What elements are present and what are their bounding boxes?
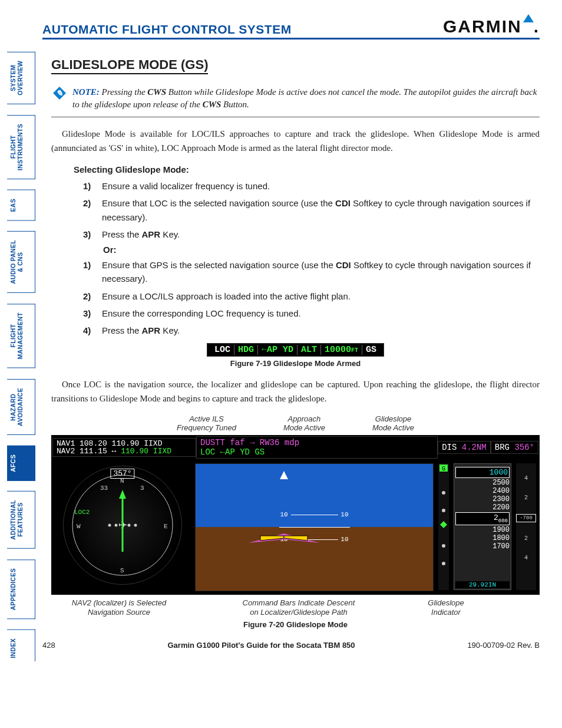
dis-box: DIS 4.2NM [438, 441, 491, 454]
svg-marker-23 [440, 521, 447, 528]
sidebar-tab[interactable]: ADDITIONAL FEATURES [7, 491, 35, 549]
svg-point-13 [128, 524, 131, 527]
or-label: Or: [103, 245, 540, 255]
steps-list-a: 1)Ensure a valid localizer frequency is … [83, 179, 540, 241]
hsi-compass: 357° LOC2 ✈ NE SW 333 [63, 466, 182, 585]
svg-marker-18 [280, 471, 288, 479]
sidebar-tab[interactable]: FLIGHT MANAGEMENT [7, 304, 35, 368]
current-altitude: 2080 [455, 512, 510, 525]
procedure-heading: Selecting Glideslope Mode: [74, 164, 540, 174]
note-text: NOTE: Pressing the CWS Button while Glid… [72, 86, 538, 111]
step-item: 4)Press the APR Key. [83, 324, 540, 337]
footer-rev: 190-00709-02 Rev. B [467, 641, 540, 650]
step-item: 3)Ensure the corresponding LOC frequency… [83, 307, 540, 320]
svg-point-20 [442, 509, 445, 512]
altitude-tape: 1000 2500 2400 2300 2200 2080 1900 1800 … [454, 463, 511, 590]
step-item: 1)Ensure a valid localizer frequency is … [83, 179, 540, 193]
sidebar-tab[interactable]: EAS [7, 190, 35, 221]
svg-point-19 [442, 491, 445, 495]
footer-title: Garmin G1000 Pilot's Guide for the Socat… [168, 641, 355, 650]
callout-label: Glideslope Mode Active [372, 415, 414, 433]
pfd-body: 357° LOC2 ✈ NE SW 333 [51, 460, 540, 595]
main-content: GLIDESLOPE MODE (GS) ✎ NOTE: Pressing th… [51, 57, 540, 629]
callouts-bottom: NAV2 (localizer) is Selected Navigation … [51, 598, 540, 617]
svg-text:3: 3 [140, 485, 144, 492]
garmin-logo: GARMIN. [443, 17, 540, 37]
svg-text:E: E [164, 523, 168, 530]
section-name: AUTOMATIC FLIGHT CONTROL SYSTEM [42, 22, 292, 37]
svg-point-21 [442, 544, 445, 548]
callout-label: NAV2 (localizer) is Selected Navigation … [51, 598, 187, 617]
callout-label: Active ILS Frequency Tuned [177, 415, 236, 433]
svg-text:33: 33 [100, 485, 108, 492]
sidebar-tab[interactable]: INDEX [7, 630, 35, 661]
callout-label: Approach Mode Active [283, 415, 325, 433]
svg-text:G: G [442, 466, 445, 472]
callout-label: Command Bars Indicate Descent on Localiz… [210, 598, 387, 617]
sidebar-tab[interactable]: HAZARD AVOIDANCE [7, 379, 35, 435]
pfd-header: NAV1 108.20 110.90 IIXD NAV2 111.15 ↔ 11… [51, 435, 540, 460]
page-number: 428 [42, 641, 55, 650]
sidebar-tab[interactable]: FLIGHT INSTRUMENTS [7, 115, 35, 179]
svg-point-22 [442, 562, 445, 565]
attitude-indicator: 1010 1010 [195, 463, 434, 591]
body-paragraph-2: Once LOC is the navigation source, the l… [51, 377, 540, 406]
svg-point-12 [115, 524, 118, 527]
figure-caption-2: Figure 7-20 Glideslope Mode [51, 620, 540, 629]
svg-text:W: W [77, 523, 81, 530]
step-item: 1)Ensure that GPS is the selected naviga… [83, 258, 540, 286]
pfd-figure: Active ILS Frequency TunedApproach Mode … [51, 415, 540, 617]
svg-text:S: S [120, 567, 124, 574]
sidebar-tab[interactable]: SYSTEM OVERVIEW [7, 52, 35, 104]
svg-point-14 [134, 524, 137, 527]
svg-point-11 [108, 524, 111, 527]
callouts-top: Active ILS Frequency TunedApproach Mode … [51, 415, 540, 433]
vsi-strip: 4 2 -700 2 4 [516, 463, 536, 590]
mode-box: DUSTT faf → RW36 mdp LOC ←AP YD GS [196, 436, 438, 459]
page-header: AUTOMATIC FLIGHT CONTROL SYSTEM GARMIN. [42, 17, 540, 39]
nav-freq-box: NAV1 108.20 110.90 IIXD NAV2 111.15 ↔ 11… [52, 438, 196, 457]
note-icon: ✎ [52, 86, 67, 103]
step-item: 3)Press the APR Key. [83, 228, 540, 241]
intro-paragraph: Glideslope Mode is available for LOC/ILS… [51, 127, 540, 155]
annunciator-bar: LOC HDG ←AP YD ALT 10000FT GS [51, 343, 540, 357]
step-item: 2)Ensure a LOC/ILS approach is loaded in… [83, 289, 540, 303]
page-footer: 428 Garmin G1000 Pilot's Guide for the S… [42, 641, 540, 650]
sidebar-tab[interactable]: AUDIO PANEL & CNS [7, 231, 35, 293]
glideslope-strip: G [438, 463, 449, 590]
brg-box: BRG 356° [491, 441, 538, 454]
note-block: ✎ NOTE: Pressing the CWS Button while Gl… [51, 81, 540, 117]
step-item: 2)Ensure that LOC is the selected naviga… [83, 196, 540, 224]
svg-marker-9 [119, 490, 126, 499]
steps-list-b: 1)Ensure that GPS is the selected naviga… [83, 258, 540, 337]
topic-title: GLIDESLOPE MODE (GS) [51, 57, 208, 74]
triangle-icon [523, 14, 534, 22]
side-tabs: SYSTEM OVERVIEWFLIGHT INSTRUMENTSEASAUDI… [7, 52, 35, 661]
svg-text:✎: ✎ [56, 88, 63, 98]
callout-label: Glideslope Indicator [411, 598, 481, 617]
svg-text:N: N [120, 477, 124, 485]
sidebar-tab[interactable]: AFCS [7, 446, 35, 481]
figure-caption-1: Figure 7-19 Glideslope Mode Armed [51, 359, 540, 368]
sidebar-tab[interactable]: APPENDICES [7, 559, 35, 619]
